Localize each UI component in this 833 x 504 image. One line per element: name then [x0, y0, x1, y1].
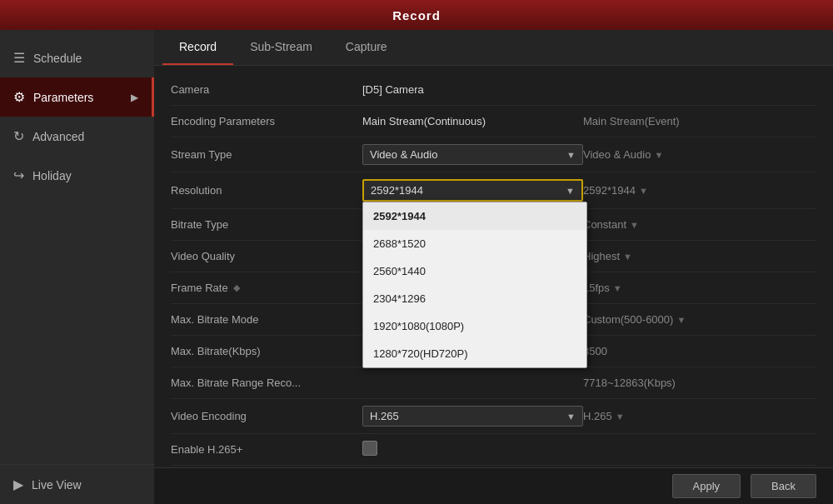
right-dropdown-resolution: 2592*1944 ▼ — [583, 184, 816, 197]
checkbox-enable-h265[interactable] — [362, 441, 377, 456]
right-dropdown-frame-rate: 15fps ▼ — [583, 282, 816, 294]
sidebar: ☰ Schedule ⚙ Parameters ▶ ↻ Advanced ↪ H… — [0, 30, 154, 504]
max-bitrate-mode-right-arrow: ▼ — [676, 315, 686, 325]
sidebar-item-holiday[interactable]: ↪ Holiday — [0, 156, 154, 195]
dropdown-resolution[interactable]: 2592*1944 ▼ — [362, 179, 583, 202]
label-encoding-parameters: Encoding Parameters — [171, 115, 362, 127]
row-max-bitrate-range: Max. Bitrate Range Reco... 7718~12863(Kb… — [171, 367, 816, 399]
sidebar-label-liveview: Live View — [32, 478, 82, 492]
label-video-quality: Video Quality — [171, 250, 362, 262]
tab-capture[interactable]: Capture — [329, 30, 404, 65]
sidebar-label-parameters: Parameters — [33, 91, 93, 104]
dropdown-video-encoding[interactable]: H.265 ▼ — [362, 406, 583, 427]
row-stream-type: Stream Type Video & Audio ▼ Video & Audi… — [171, 137, 816, 172]
row-resolution: Resolution 2592*1944 ▼ 2592*1944 2688*15… — [171, 172, 816, 209]
right-dropdown-stream-type: Video & Audio ▼ — [583, 148, 816, 161]
tab-sub-stream[interactable]: Sub-Stream — [233, 30, 329, 65]
sidebar-item-advanced[interactable]: ↻ Advanced — [0, 117, 154, 156]
sidebar-item-liveview[interactable]: ▶ Live View — [0, 465, 154, 504]
main-content: Record Sub-Stream Capture Camera [D5] Ca… — [154, 30, 833, 504]
back-button[interactable]: Back — [751, 474, 816, 498]
label-max-bitrate-range: Max. Bitrate Range Reco... — [171, 377, 362, 389]
window-title: Record — [392, 8, 441, 22]
liveview-icon: ▶ — [13, 477, 23, 492]
resolution-option-0[interactable]: 2592*1944 — [363, 202, 586, 230]
value-resolution: 2592*1944 ▼ 2592*1944 2688*1520 2560*144… — [362, 179, 583, 202]
value-camera: [D5] Camera — [362, 83, 583, 96]
value-enable-h265 — [362, 441, 583, 458]
resolution-option-2[interactable]: 2560*1440 — [363, 257, 586, 285]
right-value-bitrate-type: Constant ▼ — [583, 218, 816, 231]
row-camera: Camera [D5] Camera — [171, 74, 816, 106]
stream-type-dropdown-arrow: ▼ — [566, 150, 576, 160]
apply-button[interactable]: Apply — [672, 474, 741, 498]
holiday-icon: ↪ — [13, 167, 24, 183]
title-bar: Record — [0, 0, 833, 30]
right-value-encoding-parameters: Main Stream(Event) — [583, 115, 816, 127]
right-dropdown-bitrate-type: Constant ▼ — [583, 218, 816, 231]
resolution-option-5[interactable]: 1280*720(HD720P) — [363, 340, 586, 367]
sidebar-label-advanced: Advanced — [32, 130, 84, 143]
label-video-encoding: Video Encoding — [171, 410, 362, 422]
row-encoding-parameters: Encoding Parameters Main Stream(Continuo… — [171, 106, 816, 137]
footer: Apply Back — [154, 467, 833, 504]
resolution-right-arrow: ▼ — [639, 186, 648, 196]
bitrate-type-right-arrow: ▼ — [630, 220, 639, 230]
sidebar-item-parameters[interactable]: ⚙ Parameters ▶ — [0, 77, 154, 117]
right-dropdown-video-quality: Highest ▼ — [583, 250, 816, 262]
tab-bar: Record Sub-Stream Capture — [154, 30, 833, 66]
form-content: Camera [D5] Camera Encoding Parameters M… — [154, 66, 833, 467]
label-bitrate-type: Bitrate Type — [171, 218, 362, 231]
video-encoding-right-arrow: ▼ — [616, 412, 625, 422]
row-video-encoding: Video Encoding H.265 ▼ H.265 ▼ — [171, 399, 816, 434]
resolution-option-3[interactable]: 2304*1296 — [363, 285, 586, 312]
label-max-bitrate-mode: Max. Bitrate Mode — [171, 313, 362, 326]
label-max-bitrate-kbps: Max. Bitrate(Kbps) — [171, 345, 362, 357]
resolution-option-4[interactable]: 1920*1080(1080P) — [363, 312, 586, 340]
right-value-max-bitrate-kbps: 3500 — [583, 345, 816, 357]
right-dropdown-video-encoding: H.265 ▼ — [583, 410, 816, 422]
right-value-stream-type: Video & Audio ▼ — [583, 148, 816, 161]
right-value-video-encoding: H.265 ▼ — [583, 410, 816, 422]
value-video-encoding: H.265 ▼ — [362, 406, 583, 427]
label-resolution: Resolution — [171, 184, 362, 197]
label-frame-rate: Frame Rate ◆ — [171, 282, 362, 294]
parameters-arrow-icon: ▶ — [131, 92, 138, 103]
advanced-icon: ↻ — [13, 128, 24, 144]
video-encoding-dropdown-arrow: ▼ — [566, 412, 576, 422]
right-value-max-bitrate-mode: Custom(500-6000) ▼ — [583, 313, 816, 326]
sidebar-label-schedule: Schedule — [33, 52, 82, 65]
right-value-video-quality: Highest ▼ — [583, 250, 816, 262]
frame-rate-icon: ◆ — [233, 282, 240, 293]
right-value-frame-rate: 15fps ▼ — [583, 282, 816, 294]
schedule-icon: ☰ — [13, 50, 25, 66]
resolution-dropdown-arrow: ▼ — [566, 186, 575, 196]
sidebar-item-schedule[interactable]: ☰ Schedule — [0, 38, 154, 77]
stream-type-right-arrow: ▼ — [654, 150, 663, 160]
value-stream-type: Video & Audio ▼ — [362, 144, 583, 165]
value-encoding-parameters: Main Stream(Continuous) — [362, 115, 583, 127]
resolution-dropdown-container: 2592*1944 ▼ 2592*1944 2688*1520 2560*144… — [362, 179, 583, 202]
row-enable-h265: Enable H.265+ — [171, 434, 816, 466]
label-camera: Camera — [171, 83, 362, 96]
label-stream-type: Stream Type — [171, 148, 362, 161]
right-dropdown-max-bitrate-mode: Custom(500-6000) ▼ — [583, 313, 816, 326]
tab-record[interactable]: Record — [162, 30, 233, 65]
right-value-max-bitrate-range: 7718~12863(Kbps) — [583, 377, 816, 389]
resolution-dropdown-list: 2592*1944 2688*1520 2560*1440 2304*1296 … — [362, 202, 587, 368]
right-value-resolution: 2592*1944 ▼ — [583, 184, 816, 197]
dropdown-stream-type[interactable]: Video & Audio ▼ — [362, 144, 583, 165]
sidebar-label-holiday: Holiday — [32, 169, 72, 182]
video-quality-right-arrow: ▼ — [623, 252, 632, 262]
label-enable-h265: Enable H.265+ — [171, 443, 362, 456]
resolution-option-1[interactable]: 2688*1520 — [363, 230, 586, 257]
frame-rate-right-arrow: ▼ — [613, 283, 622, 293]
parameters-icon: ⚙ — [13, 89, 25, 105]
